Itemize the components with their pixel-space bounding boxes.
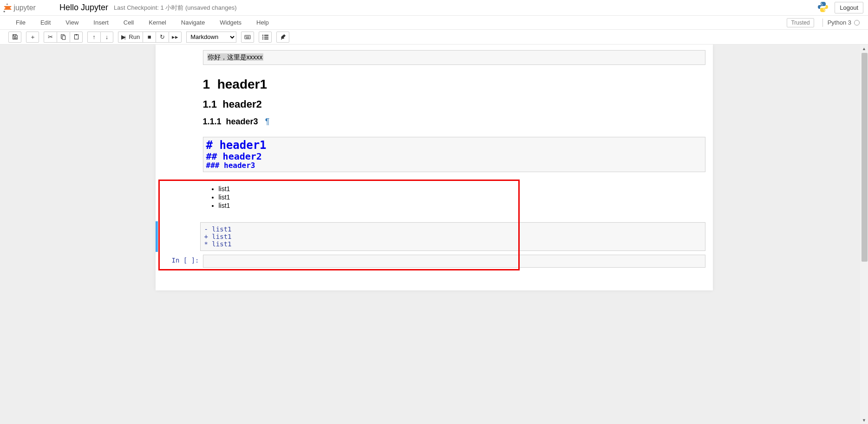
divider	[822, 19, 823, 27]
svg-rect-20	[264, 39, 268, 39]
kernel-status-icon	[854, 20, 860, 26]
run-button[interactable]: ▶| Run	[118, 32, 143, 43]
keyboard-icon	[244, 34, 251, 40]
prompt	[158, 137, 203, 172]
cell-rendered-list[interactable]: list1 list1 list1	[156, 175, 713, 219]
menu-insert[interactable]: Insert	[86, 17, 116, 28]
cell-code-empty[interactable]: In [ ]:	[156, 254, 713, 269]
rendered-h2: 1.1 header2	[203, 98, 710, 110]
menu-edit[interactable]: Edit	[33, 17, 58, 28]
cell-raw[interactable]: 你好，这里是xxxxx	[156, 49, 713, 66]
run-icon: ▶|	[121, 33, 127, 40]
menu-kernel[interactable]: Kernel	[141, 17, 174, 28]
checkpoint-status: Last Checkpoint: 1 小时前 (unsaved changes)	[114, 4, 236, 12]
md-source-input[interactable]: - list1 + list1 * list1	[200, 222, 705, 251]
raw-text: 你好，这里是xxxxx	[207, 53, 263, 61]
menu-help[interactable]: Help	[249, 17, 276, 28]
svg-point-17	[262, 36, 263, 37]
code-input[interactable]	[203, 255, 705, 268]
prompt	[158, 69, 203, 133]
svg-point-3	[821, 3, 822, 4]
svg-rect-10	[246, 36, 247, 37]
cell-rendered-headers[interactable]: 1 header1 1.1 header2 1.1.1 header3 ¶	[156, 68, 713, 134]
md-source-input[interactable]: # header1 ## header2 ### header3	[203, 137, 705, 172]
svg-rect-13	[249, 36, 250, 37]
paste-icon	[73, 34, 79, 40]
prompt: In [ ]:	[158, 255, 203, 268]
restart-run-all-button[interactable]: ▸▸	[169, 32, 182, 43]
svg-point-15	[262, 34, 263, 35]
interrupt-button[interactable]: ■	[143, 32, 156, 43]
cell-type-select[interactable]: Markdown	[186, 32, 236, 43]
scroll-up-icon[interactable]: ▲	[860, 45, 868, 52]
copy-button[interactable]	[57, 32, 70, 43]
svg-rect-9	[245, 35, 250, 39]
cell-md-source-headers[interactable]: # header1 ## header2 ### header3	[156, 136, 713, 173]
notebook-title[interactable]: Hello Jupyter	[59, 3, 108, 13]
md-line-h1: # header1	[206, 139, 702, 151]
move-down-button[interactable]: ↓	[100, 32, 113, 43]
toc-button[interactable]	[259, 32, 272, 43]
svg-point-4	[824, 10, 825, 11]
scrollbar[interactable]: ▲ ▼	[860, 45, 868, 424]
svg-rect-14	[246, 37, 249, 38]
restart-icon: ↻	[160, 33, 165, 40]
list-item: list1	[219, 202, 710, 209]
save-button[interactable]	[8, 32, 21, 43]
add-cell-button[interactable]: ＋	[26, 32, 39, 43]
trusted-indicator[interactable]: Trusted	[787, 18, 814, 27]
bullet-list: list1 list1 list1	[203, 178, 710, 215]
md-line-h3: ### header3	[206, 161, 702, 170]
arrow-down-icon: ↓	[105, 33, 109, 40]
svg-rect-8	[75, 34, 77, 35]
md-line: * list1	[204, 240, 701, 248]
pin-icon	[280, 34, 286, 40]
fast-forward-icon: ▸▸	[172, 33, 178, 40]
md-line-h2: ## header2	[206, 151, 702, 161]
toolbar: ＋ ✂ ↑ ↓ ▶| Run ■ ↻ ▸▸ Markdown	[0, 30, 868, 45]
svg-rect-16	[264, 35, 268, 36]
menu-widgets[interactable]: Widgets	[212, 17, 249, 28]
plus-icon: ＋	[30, 33, 36, 41]
restart-button[interactable]: ↻	[156, 32, 169, 43]
menu-file[interactable]: File	[8, 17, 33, 28]
svg-point-19	[262, 38, 263, 39]
svg-point-0	[7, 3, 8, 5]
move-up-button[interactable]: ↑	[87, 32, 100, 43]
cell-md-source-list[interactable]: - list1 + list1 * list1	[156, 221, 713, 252]
list-item: list1	[219, 185, 710, 193]
rendered-h3: 1.1.1 header3 ¶	[203, 117, 710, 127]
scroll-down-icon[interactable]: ▼	[860, 416, 868, 424]
copy-icon	[60, 34, 66, 40]
run-label: Run	[129, 33, 140, 40]
list-item: list1	[219, 193, 710, 201]
prompt	[158, 50, 203, 65]
stop-icon: ■	[148, 33, 151, 40]
menu-navigate[interactable]: Navigate	[174, 17, 212, 28]
jupyter-logo[interactable]: jupyter	[3, 2, 54, 14]
prompt	[158, 222, 200, 251]
prompt	[158, 176, 203, 218]
md-line: - list1	[204, 225, 701, 233]
scissors-icon: ✂	[48, 33, 53, 40]
command-palette-button[interactable]	[241, 32, 254, 43]
nb-extensions-button[interactable]	[276, 32, 289, 43]
svg-rect-12	[248, 36, 248, 37]
anchor-link[interactable]: ¶	[265, 117, 270, 126]
logout-button[interactable]: Logout	[835, 2, 863, 13]
scroll-thumb[interactable]	[861, 53, 868, 262]
menu-view[interactable]: View	[58, 17, 86, 28]
python-logo-icon	[817, 1, 829, 14]
list-icon	[262, 34, 268, 40]
md-line: + list1	[204, 233, 701, 240]
raw-cell-input[interactable]: 你好，这里是xxxxx	[203, 50, 705, 65]
notebook-container: 你好，这里是xxxxx 1 header1 1.1 header2 1.1.1 …	[156, 45, 713, 290]
rendered-h1: 1 header1	[203, 77, 710, 92]
svg-rect-11	[247, 36, 248, 37]
cut-button[interactable]: ✂	[44, 32, 57, 43]
svg-rect-6	[62, 36, 65, 39]
kernel-name[interactable]: Python 3	[828, 19, 851, 26]
menu-cell[interactable]: Cell	[116, 17, 141, 28]
paste-button[interactable]	[70, 32, 83, 43]
notebook-scroll-area[interactable]: 你好，这里是xxxxx 1 header1 1.1 header2 1.1.1 …	[0, 45, 868, 424]
